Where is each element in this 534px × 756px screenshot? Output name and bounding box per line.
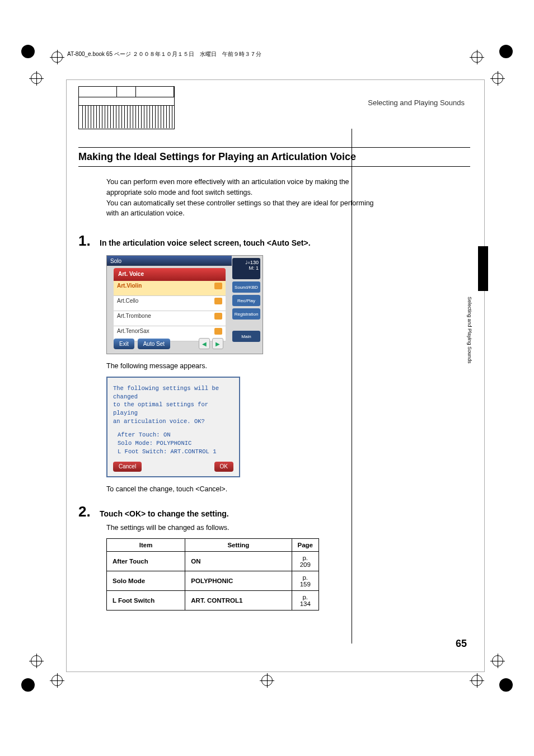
dialog-setting: L Foot Switch: ART.CONTROL 1 [118, 448, 233, 456]
confirm-dialog-screenshot: The following settings will be changed t… [106, 377, 240, 477]
step-instruction: Touch <OK> to change the setting. [100, 509, 470, 518]
list-item-label: Art.Cello [117, 298, 138, 304]
list-item[interactable]: Art.Trombone [114, 311, 226, 326]
intro-p2: You can automatically set these controll… [106, 199, 374, 218]
list-item-label: Art.Violin [117, 283, 142, 289]
step-2: 2. Touch <OK> to change the setting. [78, 503, 470, 520]
cell: L Foot Switch [113, 597, 154, 604]
corner-dot-icon [499, 678, 513, 692]
registration-mark-icon [31, 655, 42, 666]
list-item[interactable]: Art.Cello [114, 296, 226, 311]
step-note: The settings will be changed as follows. [106, 524, 470, 532]
ss1-title: Solo [110, 258, 121, 264]
rec-play-button[interactable]: Rec/Play [232, 295, 260, 306]
step-number: 1. [78, 232, 100, 250]
ss1-voice-list: Art.Violin Art.Cello Art.Trombone Art.Te… [114, 281, 226, 341]
exit-button[interactable]: Exit [114, 339, 134, 349]
corner-dot-icon [21, 678, 35, 692]
cancel-note: To cancel the change, touch <Cancel>. [106, 485, 470, 493]
corner-dot-icon [21, 45, 35, 58]
table-row: After Touch ON p. 209 [107, 551, 319, 571]
list-item[interactable]: Art.Violin [114, 281, 226, 296]
table-row: Solo Mode POLYPHONIC p. 159 [107, 571, 319, 590]
ok-button[interactable]: OK [214, 462, 233, 472]
step-instruction: In the articulation voice select screen,… [100, 238, 470, 247]
art-badge-icon [214, 313, 222, 320]
corner-dot-icon [499, 45, 513, 58]
settings-table: Item Setting Page After Touch ON p. 209 … [106, 538, 319, 611]
cell: p. 134 [292, 590, 319, 610]
registration-button[interactable]: Registration [232, 308, 260, 320]
auto-set-button[interactable]: Auto Set [138, 339, 170, 349]
page: Selecting and Playing Sounds AT-800_e.bo… [0, 0, 534, 756]
table-header: Setting [185, 538, 292, 551]
measure-value: M: 1 [234, 265, 259, 271]
step-number: 2. [78, 503, 100, 520]
next-page-button[interactable]: ▶ [212, 338, 223, 349]
cell: ON [191, 558, 200, 565]
dialog-text: The following settings will be changed [113, 384, 233, 401]
tempo-display: ♩=130 M: 1 [232, 258, 260, 279]
list-item-label: Art.Trombone [117, 313, 151, 319]
table-row: L Foot Switch ART. CONTROL1 p. 134 [107, 590, 319, 610]
intro-p1: You can perform even more effectively wi… [106, 178, 349, 196]
dialog-text: to the optimal settings for playing [113, 401, 233, 417]
intro-text: You can perform even more effectively wi… [106, 177, 381, 219]
section-tab [478, 246, 488, 291]
dialog-setting: Solo Mode: POLYPHONIC [118, 439, 233, 448]
registration-mark-icon [51, 51, 63, 63]
cell: ART. CONTROL1 [191, 597, 242, 604]
prev-page-button[interactable]: ◀ [199, 338, 210, 349]
art-badge-icon [214, 283, 222, 289]
cell: p. 159 [292, 571, 319, 590]
cell: Solo Mode [113, 577, 145, 584]
table-header: Page [292, 538, 319, 551]
registration-mark-icon [471, 51, 483, 63]
step-1: 1. In the articulation voice select scre… [78, 232, 470, 250]
art-badge-icon [214, 298, 222, 304]
section-header: Selecting and Playing Sounds [175, 98, 470, 107]
registration-mark-icon [261, 675, 273, 686]
cell: After Touch [113, 558, 148, 565]
cancel-button[interactable]: Cancel [113, 462, 142, 472]
product-diagram-icon [78, 86, 175, 129]
file-header: AT-800_e.book 65 ページ ２００８年１０月１５日 水曜日 午前９… [67, 50, 470, 58]
voice-select-screenshot: Solo Art. Voice P.1/1 Art.Violin Art.Cel… [106, 255, 263, 354]
dialog-text: an articulation voice. OK? [113, 417, 233, 426]
registration-mark-icon [51, 675, 63, 686]
step-note: The following message appears. [106, 362, 470, 370]
registration-mark-icon [471, 675, 483, 686]
registration-mark-icon [31, 73, 42, 84]
main-button[interactable]: Main [232, 331, 260, 342]
list-item-label: Art.TenorSax [117, 328, 149, 334]
page-number: 65 [456, 638, 467, 650]
tempo-value: ♩=130 [234, 260, 259, 265]
table-header: Item [107, 538, 185, 551]
sound-kbd-button[interactable]: Sound/KBD [232, 281, 260, 293]
art-badge-icon [214, 328, 222, 335]
registration-mark-icon [492, 73, 503, 84]
cell: POLYPHONIC [191, 577, 233, 584]
registration-mark-icon [492, 655, 503, 666]
ss1-tab[interactable]: Art. Voice [114, 268, 226, 281]
cell: p. 209 [292, 551, 319, 571]
main-heading: Making the Ideal Settings for Playing an… [78, 147, 470, 167]
dialog-setting: After Touch: ON [118, 431, 233, 439]
